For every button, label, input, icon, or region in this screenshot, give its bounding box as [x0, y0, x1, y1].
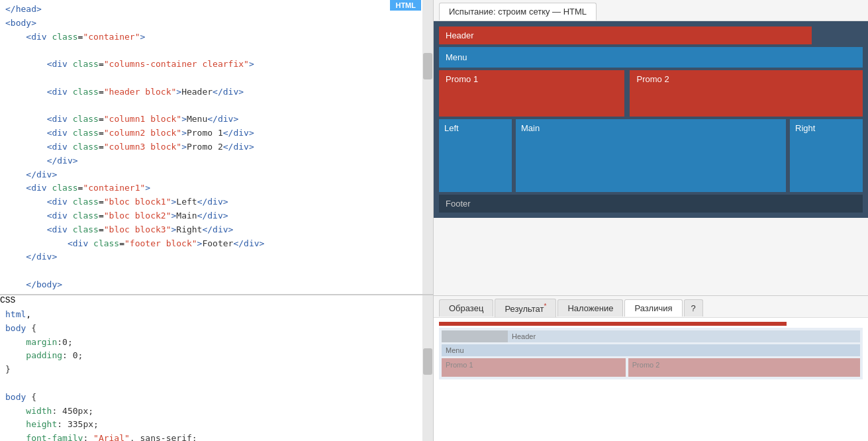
diff-promo-row: Promo 1 Promo 2: [442, 358, 860, 377]
right-panel: Испытание: строим сетку — HTML Header Me…: [434, 0, 868, 441]
css-editor[interactable]: CSS html, body { margin:0; padding: 0; }…: [0, 295, 433, 441]
diff-gray-1: [442, 330, 508, 342]
preview-footer: Footer: [439, 195, 863, 213]
html-scrollbar-thumb[interactable]: [423, 53, 432, 79]
html-badge: HTML: [390, 0, 421, 11]
preview-bottom: Образец Результат* Наложение Различия ? …: [434, 295, 868, 441]
preview-left: Left: [439, 119, 512, 192]
top-tab-bar: Испытание: строим сетку — HTML: [434, 0, 868, 21]
css-scrollbar-thumb[interactable]: [423, 348, 432, 375]
diff-menu-label: Menu: [442, 344, 860, 356]
left-panel: HTML </head> <body> <div class="containe…: [0, 0, 434, 441]
preview-cols-row: Left Main Right: [439, 119, 863, 192]
tab-nalozhenie[interactable]: Наложение: [557, 299, 623, 317]
tab-rezultat[interactable]: Результат*: [495, 299, 556, 317]
diff-preview: Header Menu Promo 1 Promo 2: [439, 328, 863, 379]
preview-right: Right: [790, 119, 863, 192]
preview-promo-row: Promo 1 Promo 2: [439, 70, 863, 117]
preview-top: Испытание: строим сетку — HTML Header Me…: [434, 0, 868, 295]
preview-header: Header: [439, 26, 812, 44]
diff-area: Header Menu Promo 1 Promo 2: [434, 318, 868, 383]
diff-menu-row: Menu: [442, 344, 860, 356]
preview-promo2: Promo 2: [630, 70, 863, 117]
css-badge: CSS: [0, 295, 433, 305]
diff-header-label: Header: [508, 330, 860, 342]
preview-area: Header Menu Promo 1 Promo 2 Left Main Ri…: [434, 21, 868, 218]
bottom-tab-bar: Образец Результат* Наложение Различия ?: [434, 296, 868, 318]
html-code-content[interactable]: </head> <body> <div class="container"> <…: [0, 0, 433, 294]
html-scrollbar[interactable]: [422, 0, 433, 294]
css-scrollbar[interactable]: [422, 295, 433, 441]
tab-razlichiya[interactable]: Различия: [624, 299, 682, 317]
tab-help[interactable]: ?: [684, 299, 703, 317]
preview-menu: Menu: [439, 47, 863, 68]
rezultat-badge: *: [544, 303, 547, 310]
diff-promo1-label: Promo 1: [442, 358, 626, 377]
top-tab-html[interactable]: Испытание: строим сетку — HTML: [439, 3, 597, 21]
preview-promo1: Promo 1: [439, 70, 624, 117]
diff-header-row: Header: [442, 330, 860, 342]
diff-promo2-label: Promo 2: [628, 358, 860, 377]
tab-obrazec[interactable]: Образец: [439, 299, 493, 317]
css-code-content[interactable]: html, body { margin:0; padding: 0; } bod…: [0, 305, 433, 441]
main-layout: HTML </head> <body> <div class="containe…: [0, 0, 868, 441]
preview-main: Main: [516, 119, 786, 192]
html-editor[interactable]: HTML </head> <body> <div class="containe…: [0, 0, 433, 295]
diff-red-bar: [439, 322, 787, 326]
